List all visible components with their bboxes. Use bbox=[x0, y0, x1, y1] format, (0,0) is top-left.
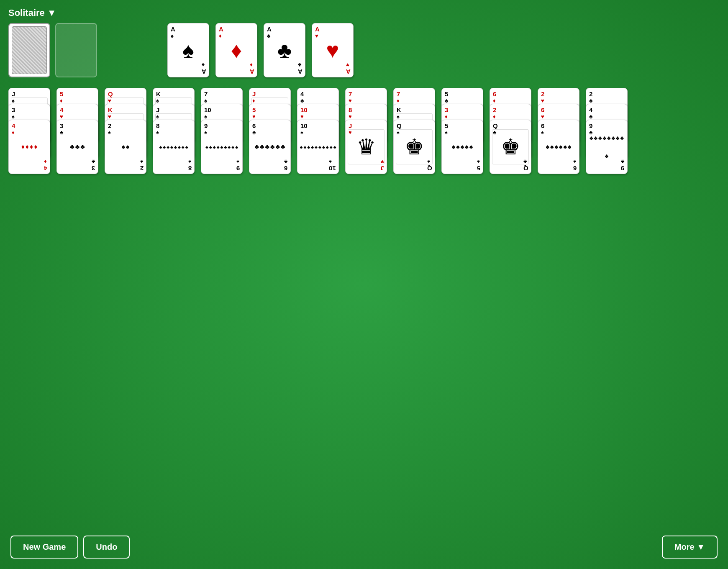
tableau-col-11: 2 ♥ ♥♥ 2 ♥ 6 ♥ ♥♥♥♥♥♥ 6 ♥ bbox=[538, 88, 582, 174]
tableau-col-1: 5 ♦ ♦♦♦♦♦ 5 ♦ 4 ♥ ♥♥♥♥ 4 ♥ bbox=[56, 88, 100, 174]
foundation-area: A ♠ ♠ A ♠ A ♦ ♦ A ♦ A ♣ ♣ A ♣ A ♥ bbox=[167, 23, 354, 77]
tableau-col-10: 6 ♦ ♦♦♦♦♦♦ 6 ♦ 2 ♦ ♦♦ 2 ♦ bbox=[490, 88, 533, 174]
tableau-card-0-2[interactable]: 4 ♦ ♦♦♦♦ 4 ♦ bbox=[8, 120, 50, 174]
tableau-col-12: 2 ♣ ♣♣ 2 ♣ 4 ♣ ♣♣♣♣ 4 ♣ bbox=[586, 88, 630, 174]
tableau-card-2-2[interactable]: 2 ♠ ♠♠ 2 ♠ bbox=[105, 120, 146, 174]
app-title: Solitaire bbox=[8, 8, 45, 18]
tableau-card-1-2[interactable]: 3 ♣ ♣♣♣ 3 ♣ bbox=[56, 120, 98, 174]
foundation-pile-2[interactable]: A ♣ ♣ A ♣ bbox=[264, 23, 305, 77]
tableau-col-5: J ♦ ♦ J ♦ 5 ♥ ♥♥♥♥♥ 5 ♥ bbox=[249, 88, 293, 174]
tableau-col-6: 4 ♣ ♣♣♣♣ 4 ♣ 10 ♥ ♥♥♥♥♥♥♥♥♥♥ 10 ♥ bbox=[297, 88, 341, 174]
foundation-pile-1[interactable]: A ♦ ♦ A ♦ bbox=[215, 23, 257, 77]
bottom-left-buttons: New Game Undo bbox=[10, 536, 130, 559]
tableau-col-0: J ♠ ♠ J ♠ 3 ♠ ♠♠♠ 3 ♠ bbox=[8, 88, 52, 174]
tableau-area: J ♠ ♠ J ♠ 3 ♠ ♠♠♠ 3 ♠ bbox=[8, 88, 630, 174]
stock-pile[interactable] bbox=[8, 23, 50, 77]
tableau-card-7-2[interactable]: J ♥ ♛ J ♥ bbox=[345, 120, 387, 174]
waste-pile bbox=[55, 23, 97, 77]
tableau-card-12-2[interactable]: 9 ♣ ♣♣♣♣♣♣♣♣♣ 9 ♣ bbox=[586, 120, 628, 174]
app-header: Solitaire ▼ bbox=[8, 8, 56, 18]
tableau-card-5-2[interactable]: 6 ♣ ♣♣♣♣♣♣ 6 ♣ bbox=[249, 120, 291, 174]
new-game-button[interactable]: New Game bbox=[10, 536, 78, 559]
tableau-col-9: 5 ♣ ♣♣♣♣♣ 5 ♣ 3 ♦ ♦♦♦ 3 ♦ bbox=[441, 88, 485, 174]
tableau-card-4-2[interactable]: 9 ♠ ♠♠♠♠♠♠♠♠♠ 9 ♠ bbox=[201, 120, 243, 174]
tableau-card-11-2[interactable]: 6 ♠ ♠♠♠♠♠♠ 6 ♠ bbox=[538, 120, 579, 174]
foundation-pile-0[interactable]: A ♠ ♠ A ♠ bbox=[167, 23, 209, 77]
tableau-card-10-2[interactable]: Q ♣ ♚ Q ♣ bbox=[490, 120, 531, 174]
bottom-bar: New Game Undo More ▼ bbox=[0, 536, 728, 559]
tableau-col-2: Q ♥ ♥ Q ♥ K ♥ ♥ K ♥ bbox=[105, 88, 149, 174]
tableau-col-7: 7 ♥ ♥♥♥♥♥♥♥ 7 ♥ 8 ♥ ♥♥♥♥♥♥♥♥ 8 ♥ bbox=[345, 88, 389, 174]
tableau-card-3-2[interactable]: 8 ♠ ♠♠♠♠♠♠♠♠ 8 ♠ bbox=[153, 120, 195, 174]
title-arrow[interactable]: ▼ bbox=[47, 8, 56, 18]
tableau-col-3: K ♠ ♠ K ♠ J ♠ ♠ J ♠ bbox=[153, 88, 197, 174]
tableau-card-9-2[interactable]: 5 ♠ ♠♠♠♠♠ 5 ♠ bbox=[441, 120, 483, 174]
undo-button[interactable]: Undo bbox=[83, 536, 130, 559]
tableau-card-8-2[interactable]: Q ♠ ♚ Q ♠ bbox=[393, 120, 435, 174]
stock-waste-area bbox=[8, 23, 97, 77]
tableau-col-8: 7 ♦ ♦♦♦♦♦♦♦ 7 ♦ K ♠ ♠ K ♠ bbox=[393, 88, 437, 174]
more-button[interactable]: More ▼ bbox=[662, 536, 718, 559]
tableau-card-6-2[interactable]: 10 ♠ ♠♠♠♠♠♠♠♠♠♠ 10 ♠ bbox=[297, 120, 339, 174]
foundation-pile-3[interactable]: A ♥ ♥ A ♥ bbox=[312, 23, 354, 77]
tableau-col-4: 7 ♠ ♠♠♠♠♠♠♠ 7 ♠ 10 ♠ ♠♠♠♠♠♠♠♠♠♠ 10 ♠ bbox=[201, 88, 245, 174]
